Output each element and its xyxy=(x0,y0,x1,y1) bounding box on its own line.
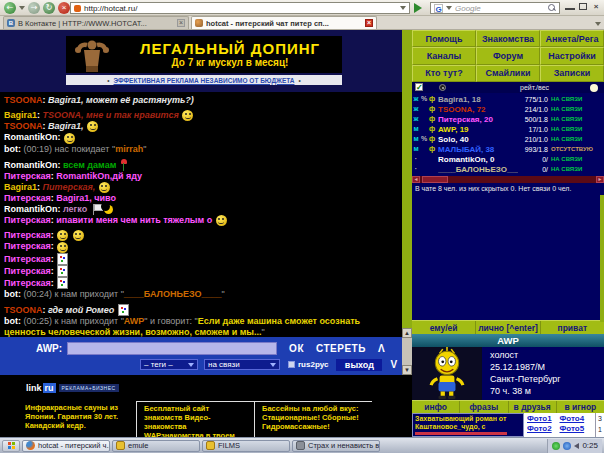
search-box[interactable]: G Google xyxy=(430,2,560,14)
start-button[interactable] xyxy=(2,440,20,452)
chat-nick[interactable]: Питерская xyxy=(4,215,51,225)
scroll-left-icon[interactable]: ◄ xyxy=(412,176,420,183)
message-mode-tab[interactable]: приват xyxy=(541,321,604,334)
user-flag-icon[interactable]: ф xyxy=(428,124,436,134)
browser-tab[interactable]: BВ Контакте | HTTP://WWW.HOTCAT...× xyxy=(3,16,189,29)
user-name[interactable]: Solo, 40 xyxy=(438,135,518,144)
app-tray-icon[interactable] xyxy=(563,442,571,450)
user-name[interactable]: AWP, 19 xyxy=(438,125,518,134)
sidebar-menu-item[interactable]: Форум xyxy=(476,47,540,64)
user-flag-icon[interactable]: м xyxy=(412,124,420,134)
photo-link[interactable]: Фото2 xyxy=(527,424,560,434)
ok-button[interactable]: ОК xyxy=(289,343,304,354)
user-name[interactable]: TSOONA, 72 xyxy=(438,105,518,114)
reload-button[interactable]: ↻ xyxy=(43,2,55,14)
scroll-down-icon[interactable]: ▼ xyxy=(402,365,412,375)
filter-checkbox[interactable]: ✓ xyxy=(415,83,423,91)
sidebar-menu-item[interactable]: Каналы xyxy=(412,47,476,64)
scroll-right-icon[interactable]: ► xyxy=(596,176,604,183)
chat-nick[interactable]: RomantikOn xyxy=(4,204,58,214)
chat-nick[interactable]: RomantikOn xyxy=(4,159,58,169)
user-name[interactable]: ____БАЛОНЬЕЗО____, 0 xyxy=(438,165,518,174)
chat-nick[interactable]: Питерская xyxy=(4,253,51,263)
message-mode-tab[interactable]: лично [^enter] xyxy=(476,321,540,334)
sidebar-menu-item[interactable]: Знакомства xyxy=(476,30,540,47)
tab-overflow-icon[interactable] xyxy=(595,22,601,26)
chat-nick[interactable]: Bagira1 xyxy=(4,182,37,192)
message-mode-tab[interactable]: ему/ей xyxy=(412,321,476,334)
profile-action-tab[interactable]: инфо xyxy=(412,401,460,413)
chat-nick[interactable]: Bagira1 xyxy=(4,110,37,120)
photo-link[interactable]: Фото5 xyxy=(560,424,593,434)
chat-nick[interactable]: Питерская xyxy=(4,230,51,240)
user-flag-icon[interactable]: ж xyxy=(412,114,420,124)
scrollbar-thumb[interactable] xyxy=(422,176,448,183)
sidebar-menu-item[interactable]: Кто тут? xyxy=(412,65,476,82)
photo-link[interactable]: Фото1 xyxy=(527,414,560,424)
exit-button[interactable]: выход xyxy=(336,359,382,371)
user-flag-icon[interactable]: м xyxy=(412,144,420,154)
url-dropdown-icon[interactable] xyxy=(400,6,406,10)
chat-nick[interactable]: Питерская xyxy=(4,265,51,275)
user-flag-icon[interactable]: ф xyxy=(428,114,436,124)
chat-nick[interactable]: bot xyxy=(4,289,18,299)
chat-scrollbar[interactable]: ▲ ▼ xyxy=(402,328,412,375)
chat-nick[interactable]: TSOONA xyxy=(4,121,43,131)
chat-nick[interactable]: RomantikOn xyxy=(4,133,58,143)
search-icon[interactable] xyxy=(548,4,556,12)
go-button[interactable] xyxy=(414,3,422,13)
message-input[interactable] xyxy=(67,342,277,355)
minimize-button[interactable] xyxy=(565,3,575,10)
tab-close-icon[interactable]: × xyxy=(365,19,373,27)
profile-action-tab[interactable]: фразы xyxy=(460,401,508,413)
banner-strip-link[interactable]: • ЭФФЕКТИВНАЯ РЕКЛАМА НЕЗАВИСИМО ОТ БЮДЖ… xyxy=(66,75,342,85)
user-flag-icon[interactable]: · xyxy=(412,164,420,174)
translit-checkbox[interactable] xyxy=(288,361,295,368)
search-engine-dropdown-icon[interactable] xyxy=(446,6,452,10)
back-history-dropdown-icon[interactable] xyxy=(19,6,25,10)
search-placeholder[interactable]: Google xyxy=(455,4,545,13)
profile-action-tab[interactable]: в друзья xyxy=(509,401,557,413)
user-name[interactable]: RomantikOn, 0 xyxy=(438,155,518,164)
user-flag-icon[interactable]: % xyxy=(420,134,428,144)
user-flag-icon[interactable]: ф xyxy=(428,104,436,114)
user-name[interactable]: Bagira1, 18 xyxy=(438,95,518,104)
scroll-up-button[interactable]: Λ xyxy=(378,343,385,354)
user-flag-icon[interactable]: ж xyxy=(412,104,420,114)
google-logo-icon[interactable]: G xyxy=(434,4,443,13)
chat-nick[interactable]: TSOONA xyxy=(4,304,43,314)
url-bar[interactable]: http://hotcat.ru/ xyxy=(70,2,410,14)
linkru-logo[interactable]: link ru РЕКЛАМА+БИЗНЕС xyxy=(26,383,119,393)
user-flag-icon[interactable]: % xyxy=(420,94,428,104)
forward-button[interactable]: → xyxy=(28,2,40,14)
chat-nick[interactable]: Питерская xyxy=(4,277,51,287)
sidebar-menu-item[interactable]: Записки xyxy=(540,65,604,82)
tags-select[interactable]: – теги – xyxy=(140,359,198,370)
taskbar-button[interactable]: hotcat - питерский ч... xyxy=(22,440,110,452)
status-select[interactable]: на связи xyxy=(204,359,280,370)
user-flag-icon[interactable]: м xyxy=(412,134,420,144)
user-list-hscrollbar[interactable]: ◄ ► xyxy=(412,176,604,183)
scroll-down-button[interactable]: V xyxy=(390,359,397,370)
photo-link[interactable]: Фото4 xyxy=(560,414,593,424)
scroll-up-icon[interactable]: ▲ xyxy=(402,328,412,338)
url-text[interactable]: http://hotcat.ru/ xyxy=(84,4,397,13)
browser-tab[interactable]: hotcat - питерский чат питер сп...× xyxy=(191,16,377,29)
restore-button[interactable] xyxy=(579,3,587,10)
volume-icon[interactable] xyxy=(574,443,579,449)
user-flag-icon[interactable]: ф xyxy=(428,144,436,154)
chat-nick[interactable]: Питерская xyxy=(4,242,51,252)
user-flag-icon[interactable]: ф xyxy=(428,134,436,144)
sidebar-menu-item[interactable]: Настройки xyxy=(540,47,604,64)
sidebar-menu-item[interactable]: Смайлики xyxy=(476,65,540,82)
filter-indicator-icon[interactable] xyxy=(590,84,598,92)
clear-button[interactable]: СТЕРЕТЬ xyxy=(316,343,366,354)
stop-button[interactable]: × xyxy=(58,2,70,14)
tab-close-icon[interactable]: × xyxy=(177,19,185,27)
chat-nick[interactable]: Питерская xyxy=(4,193,51,203)
chat-nick[interactable]: bot xyxy=(4,144,18,154)
taskbar-button[interactable]: FILMS xyxy=(202,440,290,452)
user-name[interactable]: Питерская, 20 xyxy=(438,115,518,124)
profile-action-tab[interactable]: в игнор xyxy=(557,401,604,413)
chat-nick[interactable]: TSOONA xyxy=(4,95,43,105)
